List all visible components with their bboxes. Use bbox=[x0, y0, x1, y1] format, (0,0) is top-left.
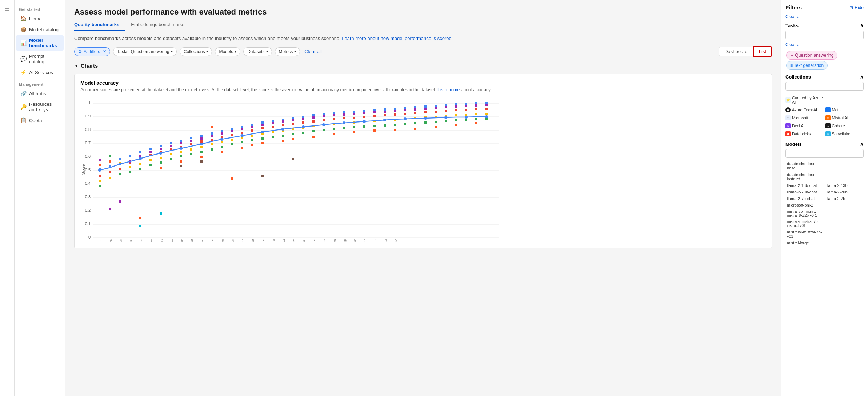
collection-item-databricks[interactable]: ◆ Databricks bbox=[785, 131, 824, 137]
sidebar-item-ai-services[interactable]: ⚡ AI Services bbox=[16, 67, 64, 77]
models-filter-section[interactable]: Models ∧ bbox=[785, 141, 864, 147]
svg-rect-241 bbox=[475, 122, 477, 124]
chart-learn-more-link[interactable]: Learn more bbox=[437, 87, 460, 92]
hide-icon: ⊡ bbox=[849, 5, 853, 10]
model-item-llama-2-70b[interactable]: llama-2-70b bbox=[825, 189, 864, 195]
svg-rect-155 bbox=[323, 119, 325, 121]
svg-point-265 bbox=[465, 116, 468, 119]
svg-rect-111 bbox=[241, 147, 243, 149]
collection-item-meta[interactable]: f Meta bbox=[825, 107, 864, 113]
svg-point-256 bbox=[281, 128, 284, 131]
svg-rect-153 bbox=[312, 136, 315, 138]
collection-item-cohere[interactable]: C Cohere bbox=[825, 123, 864, 129]
svg-text:Score: Score bbox=[81, 164, 85, 175]
tasks-filter-section[interactable]: Tasks ∧ bbox=[785, 23, 864, 28]
collection-item-snowflake[interactable]: ❄ Snowflake bbox=[825, 131, 864, 137]
svg-rect-110 bbox=[241, 128, 243, 130]
svg-rect-214 bbox=[435, 105, 437, 107]
sidebar-item-resources-keys[interactable]: 🔑 Resources and keys bbox=[16, 99, 64, 115]
collection-item-azure-openai[interactable]: ◉ Azure OpenAI bbox=[785, 107, 824, 113]
svg-point-253 bbox=[220, 138, 223, 141]
model-item-llama-2-7b[interactable]: llama-2-7b bbox=[825, 196, 864, 201]
collections-filter-chip[interactable]: Collections ▾ bbox=[180, 47, 212, 56]
svg-point-251 bbox=[180, 147, 183, 150]
model-item-llama-2-7b-chat[interactable]: llama-2-7b-chat bbox=[785, 196, 824, 201]
svg-rect-122 bbox=[261, 124, 264, 126]
databricks-icon: ◆ bbox=[785, 131, 791, 136]
list-view-btn[interactable]: List bbox=[753, 46, 772, 57]
collection-item-curated-azure[interactable]: ⭐ Curated by Azure AI bbox=[785, 95, 824, 105]
svg-rect-57 bbox=[160, 145, 162, 147]
panel-clear-all-link[interactable]: Clear all bbox=[785, 14, 864, 19]
collections-search-input[interactable] bbox=[785, 82, 864, 91]
dashboard-view-btn[interactable]: Dashboard bbox=[719, 47, 753, 56]
svg-rect-188 bbox=[384, 114, 386, 116]
metrics-filter-chip[interactable]: Metrics ▾ bbox=[275, 47, 300, 56]
svg-rect-25 bbox=[99, 180, 101, 182]
tasks-chevron-icon: ▾ bbox=[171, 49, 173, 53]
collection-item-mistral-ai[interactable]: M Mistral AI bbox=[825, 115, 864, 121]
sidebar-item-model-benchmarks[interactable]: 📊 Model benchmarks bbox=[16, 35, 64, 51]
svg-rect-127 bbox=[272, 131, 274, 133]
model-item-mistral-large[interactable]: mistral-large bbox=[785, 240, 824, 246]
svg-rect-232 bbox=[465, 109, 467, 111]
models-filter-chip[interactable]: Models ▾ bbox=[215, 47, 240, 56]
deci-ai-icon: D bbox=[785, 123, 791, 128]
model-item-microsoft-phi-2[interactable]: microsoft-phi-2 bbox=[785, 202, 824, 208]
svg-rect-170 bbox=[353, 111, 355, 113]
svg-rect-177 bbox=[363, 116, 365, 118]
datasets-filter-chip[interactable]: Datasets ▾ bbox=[243, 47, 272, 56]
model-item-llama-2-70b-chat[interactable]: llama-2-70b-chat bbox=[785, 189, 824, 195]
svg-rect-134 bbox=[282, 120, 284, 123]
svg-rect-203 bbox=[414, 106, 416, 108]
model-item-databricks-dbrx-instruct[interactable]: databricks-dbrx-instruct bbox=[785, 172, 824, 182]
sidebar-item-prompt-catalog[interactable]: 💬 Prompt catalog bbox=[16, 51, 64, 67]
svg-point-260 bbox=[363, 120, 366, 123]
sidebar-item-quota[interactable]: 📋 Quota bbox=[16, 115, 64, 125]
tasks-clear-all-link[interactable]: Clear all bbox=[785, 42, 864, 47]
sidebar-item-model-catalog[interactable]: 📦 Model catalog bbox=[16, 24, 64, 35]
tab-embeddings-benchmarks[interactable]: Embeddings benchmarks bbox=[131, 20, 190, 31]
all-filters-close-icon[interactable]: ✕ bbox=[103, 49, 106, 54]
model-item-databricks-dbrx-base[interactable]: databricks-dbrx-base bbox=[785, 161, 824, 171]
model-item-mistral-community[interactable]: mistral-community-mixtral-8x22b-v0-1 bbox=[785, 209, 824, 218]
tasks-filter-chip[interactable]: Tasks: Question answering ▾ bbox=[113, 47, 176, 56]
hide-button[interactable]: ⊡ Hide bbox=[849, 5, 864, 10]
task-chip-text-generation[interactable]: ≡ Text generation bbox=[786, 61, 828, 70]
collection-item-deci-ai[interactable]: D Deci AI bbox=[785, 123, 824, 129]
svg-rect-163 bbox=[333, 114, 335, 116]
learn-more-link[interactable]: Learn more about how model performance i… bbox=[342, 36, 451, 41]
model-item-mistralai-7b-instruct[interactable]: mistralai-mistral-7b-instruct-v01 bbox=[785, 219, 824, 228]
models-search-input[interactable] bbox=[785, 149, 864, 158]
collections-filter-section[interactable]: Collections ∧ bbox=[785, 74, 864, 80]
svg-rect-131 bbox=[282, 124, 284, 126]
svg-rect-54 bbox=[149, 159, 152, 161]
charts-section-title: Charts bbox=[81, 63, 98, 69]
svg-rect-38 bbox=[119, 173, 121, 175]
svg-rect-96 bbox=[221, 141, 223, 143]
all-filters-chip[interactable]: ⚙ All filters ✕ bbox=[74, 47, 110, 56]
sidebar-quota-label: Quota bbox=[29, 118, 42, 123]
sidebar-item-home[interactable]: 🏠 Home bbox=[16, 13, 64, 24]
sidebar-item-all-hubs[interactable]: 🔗 All hubs bbox=[16, 88, 64, 99]
svg-rect-39 bbox=[119, 200, 121, 203]
model-item-llama-2-13b-chat[interactable]: llama-2-13b-chat bbox=[785, 183, 824, 188]
svg-rect-49 bbox=[139, 155, 141, 157]
svg-rect-193 bbox=[394, 113, 396, 116]
svg-rect-226 bbox=[455, 109, 457, 111]
svg-rect-66 bbox=[170, 153, 172, 155]
svg-rect-87 bbox=[200, 160, 203, 163]
tasks-search-input[interactable] bbox=[785, 31, 864, 39]
model-item-llama-2-13b[interactable]: llama-2-13b bbox=[825, 183, 864, 188]
svg-rect-181 bbox=[373, 109, 376, 111]
tab-quality-benchmarks[interactable]: Quality benchmarks bbox=[74, 20, 125, 31]
collection-item-microsoft[interactable]: ⊞ Microsoft bbox=[785, 115, 824, 121]
svg-rect-28 bbox=[99, 164, 101, 166]
task-chip-question-answering[interactable]: ✦ Question answering bbox=[786, 51, 837, 60]
svg-text:cohere-command-r-plus: cohere-command-r-plus bbox=[272, 239, 275, 242]
filter-clear-all-link[interactable]: Clear all bbox=[304, 49, 322, 54]
model-item-mistralai-7b-v01[interactable]: mistralai-mistral-7b-v01 bbox=[785, 229, 824, 239]
sidebar-toggle-icon[interactable]: ☰ bbox=[1, 3, 13, 15]
svg-rect-88 bbox=[211, 132, 213, 135]
charts-section-header[interactable]: ▼ Charts bbox=[74, 63, 772, 69]
